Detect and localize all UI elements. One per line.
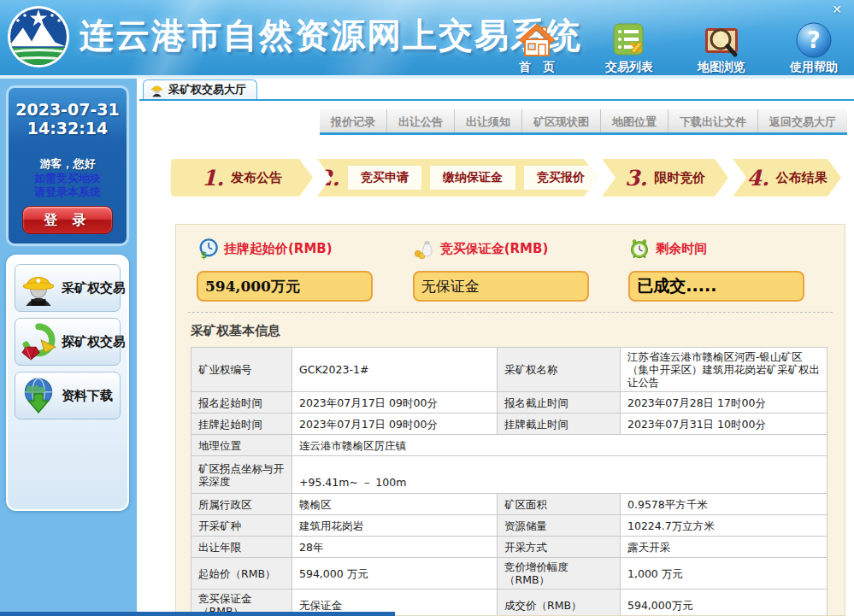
sidebar-item-exploration-rights[interactable]: 探矿权交易 — [15, 318, 121, 366]
home-icon — [518, 21, 556, 59]
login-button[interactable]: 登 录 — [22, 206, 113, 234]
step-4-number: 4. — [747, 166, 769, 191]
sidebar-item-mining-label: 采矿权交易 — [62, 280, 126, 296]
sidebar-item-exploration-label: 探矿权交易 — [62, 334, 126, 350]
table-value-cell: 594,000万元 — [621, 590, 827, 616]
sidebar-menu-panel: 采矿权交易 探矿权交易 — [6, 255, 129, 511]
table-value-cell: 赣榆区 — [292, 494, 498, 515]
table-value-cell: 2023年07月17日 09时00分 — [292, 414, 498, 435]
card-start-price: $ 挂牌起始价(RMB) 594,000万元 — [197, 237, 413, 302]
toolbar-tab-2[interactable]: 出让公告 — [386, 109, 454, 132]
nav-map-browse[interactable]: 地图浏览 — [686, 21, 757, 75]
start-price-value: 594,000万元 — [205, 277, 300, 296]
table-row: 出让年限28年开采方式露天开采 — [191, 537, 827, 558]
table-label-cell: 矿区拐点坐标与开采深度 — [191, 456, 292, 494]
header-nav: 首 页 交易列表 — [502, 21, 849, 75]
svg-text:$: $ — [201, 249, 207, 260]
table-label-cell: 开采方式 — [498, 537, 621, 558]
table-value-cell: 2023年07月28日 17时00分 — [621, 392, 827, 414]
toolbar-tab-3[interactable]: 出让须知 — [454, 109, 521, 132]
section-title: 采矿权基本信息 — [191, 323, 845, 339]
table-label-cell: 报名起始时间 — [191, 392, 292, 414]
nav-map-browse-label: 地图浏览 — [698, 60, 745, 75]
nav-trade-list-label: 交易列表 — [605, 60, 653, 75]
toolbar-tab-1[interactable]: 报价记录 — [320, 109, 386, 132]
card-deposit-label: 竞买保证金(RMB) — [440, 241, 549, 257]
money-bag-icon — [413, 238, 435, 260]
table-value-cell: GCK2023-1# — [292, 348, 498, 392]
table-label-cell: 所属行政区 — [191, 494, 292, 515]
step-2-apply-button[interactable]: 竞买申请 — [348, 166, 421, 190]
table-label-cell: 采矿权名称 — [498, 348, 621, 392]
step-2-apply: 2. 竞买申请 缴纳保证金 竞买报价 — [317, 159, 598, 197]
toolbar-tab-5[interactable]: 地图位置 — [600, 109, 668, 132]
nav-help[interactable]: ? 使用帮助 — [779, 21, 849, 75]
sidebar: 2023-07-31 14:32:14 游客，您好 如需竞买地块 请登录本系统 … — [0, 79, 139, 616]
toolbar-tab-6[interactable]: 下载出让文件 — [668, 109, 757, 132]
table-value-cell: 2023年07月31日 10时00分 — [621, 414, 827, 435]
table-label-cell: 挂牌起始时间 — [191, 414, 292, 435]
app-window: 连云港市自然资源网上交易系统 ✕ 首 页 — [0, 0, 854, 616]
time-left-value: 已成交..... — [637, 275, 716, 297]
table-value-cell: 594,000 万元 — [292, 558, 498, 590]
tab-mining-trade-hall[interactable]: 采矿权交易大厅 — [143, 79, 257, 99]
toolbar-tab-4[interactable]: 矿区现状图 — [521, 109, 600, 132]
step-1-label: 发布公告 — [231, 170, 282, 186]
step-4-label: 公布结果 — [776, 170, 827, 186]
sidebar-item-downloads[interactable]: 资料下载 — [15, 372, 121, 419]
step-2-bid-button[interactable]: 竞买报价 — [524, 166, 598, 190]
login-hint-line1: 如需竞买地块 — [9, 172, 127, 185]
table-row: 地理位置连云港市赣榆区厉庄镇 — [191, 435, 827, 456]
step-2-deposit-button[interactable]: 缴纳保证金 — [430, 166, 515, 190]
step-1-publish: 1. 发布公告 — [171, 159, 313, 197]
table-value-cell: 0.9578平方千米 — [621, 494, 827, 515]
login-hint-line2: 请登录本系统 — [9, 185, 127, 199]
table-row: 起始价（RMB）594,000 万元竞价增价幅度（RMB）1,000 万元 — [191, 558, 827, 590]
card-deposit: 竞买保证金(RMB) 无保证金 — [413, 237, 629, 302]
tab-title: 采矿权交易大厅 — [168, 82, 246, 97]
window-bottom-bar — [0, 612, 395, 616]
table-value-cell: 露天开采 — [621, 537, 827, 558]
table-label-cell: 报名截止时间 — [498, 392, 621, 414]
nav-trade-list[interactable]: 交易列表 — [594, 21, 664, 75]
trade-list-icon — [610, 21, 648, 59]
close-button[interactable]: ✕ — [832, 3, 842, 16]
visitor-greeting: 游客，您好 — [9, 156, 127, 172]
alarm-clock-icon — [628, 238, 651, 260]
sidebar-item-downloads-label: 资料下载 — [62, 388, 113, 404]
table-label-cell: 挂牌截止时间 — [498, 414, 621, 435]
table-value-cell: 2023年07月17日 09时00分 — [292, 392, 498, 414]
toolbar-tab-7[interactable]: 返回交易大厅 — [757, 109, 847, 132]
card-time-left: 剩余时间 已成交..... — [628, 237, 845, 302]
table-label-cell: 资源储量 — [498, 515, 621, 537]
table-label-cell: 起始价（RMB） — [191, 558, 292, 590]
table-value-cell: 建筑用花岗岩 — [292, 515, 498, 537]
table-label-cell: 地理位置 — [191, 435, 292, 456]
card-start-price-value-box: 594,000万元 — [197, 271, 373, 302]
nav-home-label: 首 页 — [519, 60, 555, 75]
table-value-cell: 1,000 万元 — [621, 558, 827, 590]
process-steps: 1. 发布公告 2. 竞买申请 缴纳保证金 竞买报价 3. 限时竞价 4. 公布… — [171, 159, 846, 197]
nav-home[interactable]: 首 页 — [502, 21, 572, 75]
card-start-price-label: 挂牌起始价(RMB) — [224, 241, 333, 257]
card-time-left-label: 剩余时间 — [656, 241, 707, 257]
info-table-body: 矿业权编号GCK2023-1#采矿权名称江苏省连云港市赣榆区河西-银山矿区（集中… — [191, 348, 827, 616]
header: 连云港市自然资源网上交易系统 ✕ 首 页 — [0, 0, 854, 75]
miner-tab-icon — [150, 83, 164, 97]
table-row: 开采矿种建筑用花岗岩资源储量10224.7万立方米 — [191, 515, 827, 537]
table-row: 报名起始时间2023年07月17日 09时00分报名截止时间2023年07月28… — [191, 392, 827, 414]
table-label-cell: 成交价（RMB） — [498, 590, 621, 616]
card-deposit-value-box: 无保证金 — [413, 271, 589, 302]
table-row: 矿业权编号GCK2023-1#采矿权名称江苏省连云港市赣榆区河西-银山矿区（集中… — [191, 348, 827, 392]
explore-icon — [19, 322, 58, 361]
sidebar-item-mining-rights[interactable]: 采矿权交易 — [15, 264, 121, 312]
table-label-cell: 竞价增价幅度（RMB） — [498, 558, 621, 590]
step-3-timed-bidding: 3. 限时竞价 — [602, 159, 728, 197]
price-clock-icon: $ — [197, 238, 219, 260]
table-value-cell: 江苏省连云港市赣榆区河西-银山矿区（集中开采区）建筑用花岗岩矿采矿权出让公告 — [621, 348, 827, 392]
table-value-cell: 连云港市赣榆区厉庄镇 — [292, 435, 827, 456]
step-4-results: 4. 公布结果 — [733, 159, 841, 197]
table-row: 矿区拐点坐标与开采深度+95.41m~ － 100m — [191, 456, 827, 494]
table-value-cell: 28年 — [292, 537, 498, 558]
dashed-divider — [188, 312, 833, 313]
